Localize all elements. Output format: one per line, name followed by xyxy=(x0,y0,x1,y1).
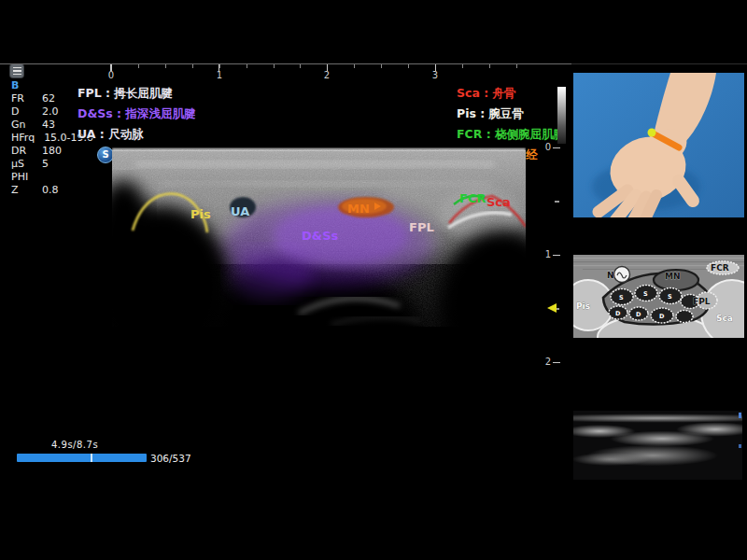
us-label-fcr: FCR xyxy=(459,191,486,205)
param-row: PHI xyxy=(11,171,93,184)
ruler-label: 0 xyxy=(106,70,116,80)
cine-progress-bar[interactable] xyxy=(17,454,147,462)
depth-label: 1 xyxy=(540,249,551,259)
menu-icon[interactable] xyxy=(10,64,23,77)
diagram-label-s: S xyxy=(619,294,624,301)
ruler-minor-ticks xyxy=(111,64,529,68)
param-row: μS5 xyxy=(11,158,93,171)
diagram-label-s: S xyxy=(668,293,672,301)
frame-counter: 306/537 xyxy=(150,453,191,464)
ruler-label: 2 xyxy=(322,70,331,80)
us-label-ua: UA xyxy=(231,204,249,218)
diagram-label-fcr: FCR xyxy=(711,263,729,273)
depth-major-tick xyxy=(553,362,560,364)
probe-marker-dot xyxy=(648,129,656,137)
legend-item: D&Ss : 指深浅屈肌腱 xyxy=(78,106,195,127)
grayscale-map xyxy=(557,87,566,144)
diagram-label-d: D xyxy=(659,313,665,320)
depth-major-tick xyxy=(553,147,560,149)
legend-item: UA : 尺动脉 xyxy=(78,127,195,147)
ruler-label: 3 xyxy=(430,70,440,80)
param-row: Z0.8 xyxy=(11,184,93,197)
playback-time: 4.9s/8.7s xyxy=(51,440,98,450)
depth-major-tick xyxy=(553,255,560,257)
diagram-label-d: D xyxy=(636,311,641,318)
legend-left: FPL : 拇长屈肌腱 D&Ss : 指深浅屈肌腱 UA : 尺动脉 xyxy=(78,86,195,147)
diagram-label-sca: Sca xyxy=(716,314,733,323)
diagram-label-fpl: FPL xyxy=(693,297,711,306)
anatomy-diagram[interactable]: N Pis MN FCR FPL Sca S S S D D D xyxy=(573,255,744,338)
horizontal-ruler-line-dim xyxy=(571,63,747,64)
diagram-label-mn: MN xyxy=(665,272,681,281)
probe-position-photo[interactable] xyxy=(573,73,744,217)
depth-label: 0 xyxy=(540,142,551,152)
diagram-label-pis: Pis xyxy=(576,301,590,311)
reference-ultrasound-thumbnail[interactable] xyxy=(573,411,742,480)
legend-item: Sca : 舟骨 xyxy=(457,86,565,106)
thumb-corner-mark xyxy=(739,413,741,418)
legend-item: FPL : 拇长屈肌腱 xyxy=(78,86,195,106)
ultrasound-image[interactable]: Pis UA D&Ss MN FPL FCR Sca xyxy=(112,147,526,439)
diagram-label-n: N xyxy=(607,271,614,280)
diagram-label-s: S xyxy=(643,290,648,298)
us-label-mn: MN xyxy=(347,202,370,216)
us-label-sca: Sca xyxy=(486,195,511,209)
depth-minor-tick xyxy=(555,201,559,203)
menu-lines-icon xyxy=(13,67,21,75)
ultrasound-screen: B FR62 D2.0 Gn43 HFrq15.0-19.0 DR180 μS5… xyxy=(0,0,747,560)
us-label-pis: Pis xyxy=(190,207,211,221)
legend-item: Pis : 腕豆骨 xyxy=(457,106,565,127)
us-label-dss: D&Ss xyxy=(302,229,338,243)
focus-marker-icon[interactable] xyxy=(547,303,557,313)
diagram-label-d: D xyxy=(615,310,621,317)
thumb-side-mark xyxy=(739,444,741,448)
playhead[interactable] xyxy=(91,454,93,462)
depth-label: 2 xyxy=(540,357,551,367)
ruler-label: 1 xyxy=(215,70,224,80)
us-label-fpl: FPL xyxy=(409,220,434,234)
